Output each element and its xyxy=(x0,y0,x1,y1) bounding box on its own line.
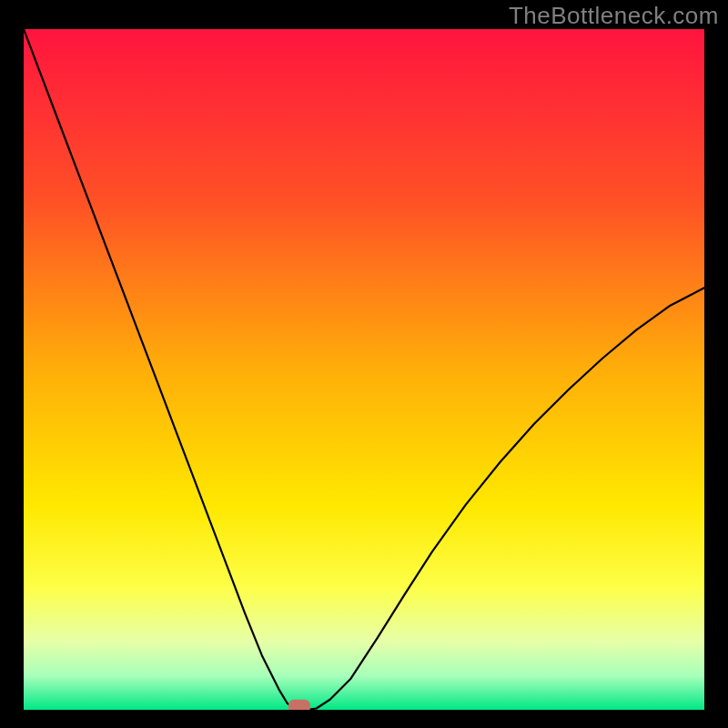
watermark-text: TheBottleneck.com xyxy=(509,2,719,30)
plot-svg xyxy=(24,29,704,710)
gradient-background xyxy=(24,29,704,710)
chart-stage: TheBottleneck.com xyxy=(0,0,728,728)
sweet-spot-marker xyxy=(288,700,310,710)
plot-area xyxy=(24,29,704,710)
